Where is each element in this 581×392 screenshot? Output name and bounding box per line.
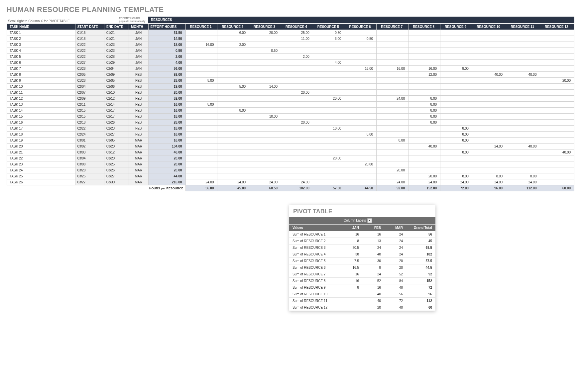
cell-res[interactable] [540, 144, 574, 149]
cell-res[interactable] [540, 126, 574, 132]
cell-res[interactable] [313, 108, 345, 114]
cell-month[interactable]: JAN [129, 42, 148, 48]
cell-end[interactable]: 03/12 [104, 149, 129, 155]
cell-res[interactable] [249, 126, 281, 132]
cell-res[interactable]: 20.00 [313, 155, 345, 161]
table-row[interactable]: TASK 1002/0402/06FEB19.005.0014.00 [7, 84, 574, 90]
cell-effort[interactable]: 18.00 [148, 126, 185, 132]
cell-res[interactable] [249, 138, 281, 144]
cell-res[interactable] [472, 90, 506, 96]
cell-res[interactable] [281, 84, 313, 90]
cell-res[interactable] [377, 155, 408, 161]
hdr-res4[interactable]: RESOURCE 4 [281, 24, 313, 30]
cell-res[interactable]: 8.00 [185, 78, 217, 84]
cell-res[interactable] [281, 96, 313, 102]
cell-start[interactable]: 03/20 [75, 167, 104, 173]
cell-res[interactable] [345, 96, 377, 102]
cell-res[interactable]: 24.00 [472, 179, 506, 185]
table-row[interactable]: TASK 901/2802/05FEB28.008.0020.00 [7, 78, 574, 84]
cell-month[interactable]: FEB [129, 120, 148, 126]
cell-start[interactable]: 01/16 [75, 30, 104, 36]
table-row[interactable]: TASK 701/2802/04JAN56.0016.0016.0016.008… [7, 66, 574, 72]
cell-res[interactable] [313, 78, 345, 84]
cell-task[interactable]: TASK 16 [7, 120, 75, 126]
cell-res[interactable] [440, 60, 472, 66]
cell-res[interactable]: 8.00 [440, 149, 472, 155]
cell-end[interactable]: 01/21 [104, 36, 129, 42]
cell-effort[interactable]: 51.50 [148, 30, 185, 36]
cell-res[interactable] [540, 30, 574, 36]
cell-start[interactable]: 02/05 [75, 72, 104, 78]
table-row[interactable]: TASK 1903/0103/05MAR16.008.008.00 [7, 138, 574, 144]
cell-end[interactable]: 03/20 [104, 155, 129, 161]
cell-res[interactable] [540, 66, 574, 72]
cell-res[interactable] [217, 72, 249, 78]
cell-task[interactable]: TASK 9 [7, 78, 75, 84]
cell-res[interactable]: 12.00 [408, 72, 440, 78]
cell-month[interactable]: JAN [129, 66, 148, 72]
cell-month[interactable]: FEB [129, 114, 148, 120]
cell-res[interactable] [185, 84, 217, 90]
cell-res[interactable] [185, 161, 217, 167]
cell-res[interactable] [472, 60, 506, 66]
cell-start[interactable]: 01/22 [75, 42, 104, 48]
cell-effort[interactable]: 20.00 [148, 161, 185, 167]
cell-res[interactable] [313, 102, 345, 108]
hdr-res2[interactable]: RESOURCE 2 [217, 24, 249, 30]
cell-res[interactable] [313, 173, 345, 179]
cell-res[interactable] [440, 48, 472, 54]
table-row[interactable]: TASK 2403/2003/26MAR20.0020.00 [7, 167, 574, 173]
cell-res[interactable]: 8.00 [408, 102, 440, 108]
cell-res[interactable] [377, 78, 408, 84]
hdr-res10[interactable]: RESOURCE 10 [472, 24, 506, 30]
cell-res[interactable] [217, 132, 249, 138]
cell-res[interactable]: 8.00 [345, 132, 377, 138]
cell-res[interactable] [345, 138, 377, 144]
cell-effort[interactable]: 104.00 [148, 144, 185, 149]
pivot-row[interactable]: Sum of RESOURCE 8165284152 [289, 278, 435, 284]
cell-res[interactable] [217, 126, 249, 132]
cell-task[interactable]: TASK 11 [7, 90, 75, 96]
cell-res[interactable] [440, 108, 472, 114]
cell-effort[interactable]: 0.50 [148, 48, 185, 54]
cell-res[interactable]: 6.00 [217, 30, 249, 36]
table-row[interactable]: TASK 301/2201/23JAN18.0016.002.00 [7, 42, 574, 48]
cell-res[interactable]: 20.00 [249, 30, 281, 36]
cell-effort[interactable]: 44.00 [148, 173, 185, 179]
cell-res[interactable] [185, 30, 217, 36]
cell-res[interactable] [540, 102, 574, 108]
hdr-res3[interactable]: RESOURCE 3 [249, 24, 281, 30]
cell-res[interactable] [345, 144, 377, 149]
cell-task[interactable]: TASK 26 [7, 179, 75, 185]
cell-res[interactable] [249, 120, 281, 126]
cell-month[interactable]: FEB [129, 126, 148, 132]
cell-start[interactable]: 02/24 [75, 132, 104, 138]
cell-res[interactable] [472, 155, 506, 161]
cell-res[interactable] [540, 167, 574, 173]
cell-res[interactable] [281, 60, 313, 66]
cell-res[interactable]: 40.00 [506, 144, 540, 149]
cell-res[interactable] [408, 126, 440, 132]
table-row[interactable]: TASK 1102/0702/10FEB20.0020.00 [7, 90, 574, 96]
cell-res[interactable] [377, 84, 408, 90]
cell-res[interactable] [472, 102, 506, 108]
cell-end[interactable]: 03/05 [104, 138, 129, 144]
cell-res[interactable] [540, 179, 574, 185]
pivot-row[interactable]: Sum of RESOURCE 716245292 [289, 271, 435, 278]
cell-res[interactable] [281, 155, 313, 161]
hdr-task[interactable]: TASK NAME [7, 24, 75, 30]
cell-effort[interactable]: 16.00 [148, 138, 185, 144]
cell-res[interactable] [472, 120, 506, 126]
cell-end[interactable]: 03/20 [104, 144, 129, 149]
cell-res[interactable] [377, 161, 408, 167]
cell-task[interactable]: TASK 7 [7, 66, 75, 72]
cell-end[interactable]: 03/27 [104, 173, 129, 179]
cell-res[interactable] [377, 48, 408, 54]
cell-res[interactable] [249, 102, 281, 108]
cell-effort[interactable]: 56.00 [148, 66, 185, 72]
cell-res[interactable] [472, 48, 506, 54]
cell-res[interactable] [249, 60, 281, 66]
cell-res[interactable] [472, 42, 506, 48]
cell-res[interactable] [540, 96, 574, 102]
cell-res[interactable] [540, 60, 574, 66]
